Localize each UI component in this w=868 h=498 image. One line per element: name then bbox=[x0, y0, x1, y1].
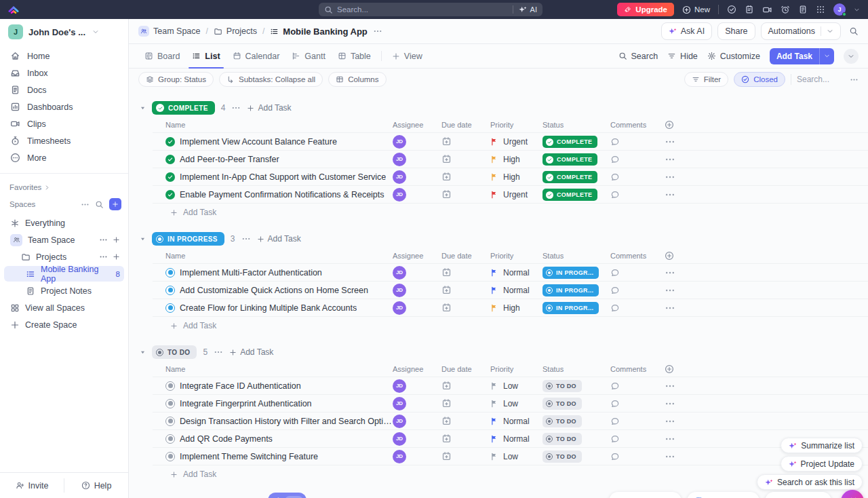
spaces-menu-icon[interactable] bbox=[81, 200, 90, 209]
priority-cell[interactable]: Low bbox=[490, 381, 542, 391]
collapse-caret-icon[interactable] bbox=[140, 349, 146, 356]
task-name[interactable]: Design Transaction History with Filter a… bbox=[180, 417, 393, 426]
comments-icon[interactable] bbox=[610, 155, 620, 164]
priority-cell[interactable]: High bbox=[490, 155, 542, 164]
comments-icon[interactable] bbox=[610, 137, 620, 147]
row-menu-icon[interactable] bbox=[665, 381, 675, 391]
due-date-calendar-icon[interactable] bbox=[441, 451, 452, 461]
automations-button[interactable]: Automations bbox=[761, 22, 841, 40]
assignee-avatar[interactable]: JD bbox=[393, 266, 406, 280]
row-menu-icon[interactable] bbox=[665, 267, 675, 278]
ai-chip[interactable]: AI bbox=[513, 5, 537, 14]
confluence-button[interactable]: Confluence bbox=[765, 492, 831, 498]
closed-pill[interactable]: Closed bbox=[734, 72, 785, 87]
task-name[interactable]: Integrate Face ID Authentication bbox=[180, 381, 301, 391]
priority-cell[interactable]: Low bbox=[490, 452, 542, 461]
column-priority[interactable]: Priority bbox=[490, 252, 542, 260]
column-priority[interactable]: Priority bbox=[490, 121, 542, 129]
sidebar-item-docs[interactable]: Docs bbox=[0, 81, 128, 98]
due-date-calendar-icon[interactable] bbox=[441, 303, 452, 313]
assignee-avatar[interactable]: JD bbox=[393, 450, 406, 463]
task-name[interactable]: Implement Multi-Factor Authentication bbox=[180, 268, 322, 277]
add-space-button[interactable] bbox=[109, 198, 121, 210]
column-comments[interactable]: Comments bbox=[610, 121, 665, 129]
workspace-switcher[interactable]: J John Doe's ... bbox=[0, 19, 128, 45]
column-due-date[interactable]: Due date bbox=[441, 121, 490, 129]
assignee-avatar[interactable]: JD bbox=[393, 301, 406, 315]
group-menu-icon[interactable] bbox=[231, 103, 241, 113]
folder-menu-icon[interactable] bbox=[99, 252, 108, 261]
onboarding-progress-pill[interactable]: 1/4 bbox=[268, 493, 307, 498]
assignee-avatar[interactable]: JD bbox=[393, 284, 406, 297]
task-row[interactable]: Implement View Account Balance Feature J… bbox=[153, 133, 868, 151]
row-menu-icon[interactable] bbox=[665, 434, 675, 444]
row-menu-icon[interactable] bbox=[665, 285, 675, 296]
row-menu-icon[interactable] bbox=[665, 451, 675, 462]
status-in-progress-icon[interactable] bbox=[165, 268, 175, 277]
status-complete-icon[interactable] bbox=[165, 172, 175, 182]
task-row[interactable]: Implement Multi-Factor Authentication JD… bbox=[153, 264, 868, 282]
reminders-clock-icon[interactable] bbox=[781, 5, 790, 14]
column-assignee[interactable]: Assignee bbox=[393, 121, 441, 129]
filter-pill[interactable]: Filter bbox=[684, 72, 729, 87]
sidebar-item-more[interactable]: More bbox=[0, 149, 128, 166]
sidebar-item-create-space[interactable]: Create Space bbox=[4, 317, 124, 332]
due-date-calendar-icon[interactable] bbox=[441, 172, 452, 182]
column-status[interactable]: Status bbox=[542, 121, 610, 129]
row-menu-icon[interactable] bbox=[665, 398, 675, 409]
add-task-inline[interactable]: Add Task bbox=[153, 208, 393, 217]
ai-fab-button[interactable] bbox=[841, 490, 864, 498]
column-name[interactable]: Name bbox=[153, 121, 393, 129]
summarize-list-button[interactable]: Summarize list bbox=[781, 438, 863, 453]
tasks-check-icon[interactable] bbox=[727, 5, 736, 14]
priority-cell[interactable]: Normal bbox=[490, 286, 542, 295]
priority-cell[interactable]: Urgent bbox=[490, 137, 542, 147]
tab-table[interactable]: Table bbox=[332, 44, 377, 68]
search-options-icon[interactable] bbox=[850, 75, 859, 84]
spaces-search-icon[interactable] bbox=[95, 200, 104, 209]
status-complete-icon[interactable] bbox=[165, 137, 175, 147]
tab-board[interactable]: Board bbox=[138, 44, 186, 68]
comments-icon[interactable] bbox=[610, 381, 620, 391]
collapse-caret-icon[interactable] bbox=[140, 236, 146, 242]
sidebar-item-dashboards[interactable]: Dashboards bbox=[0, 98, 128, 115]
row-menu-icon[interactable] bbox=[665, 303, 675, 313]
assignee-avatar[interactable]: JD bbox=[393, 153, 406, 166]
status-in-progress-icon[interactable] bbox=[165, 303, 175, 313]
group-by-pill[interactable]: Group: Status bbox=[138, 72, 214, 87]
task-name[interactable]: Add QR Code Payments bbox=[180, 434, 273, 444]
sidebar-item-projects-folder[interactable]: Projects bbox=[4, 249, 124, 265]
add-column-icon[interactable] bbox=[665, 120, 674, 130]
status-todo-icon[interactable] bbox=[165, 381, 175, 391]
status-todo-icon[interactable] bbox=[165, 434, 175, 444]
status-badge[interactable]: TO DO bbox=[542, 415, 582, 427]
add-column-icon[interactable] bbox=[665, 251, 674, 261]
add-task-button[interactable]: Add Task bbox=[770, 48, 834, 64]
status-badge[interactable]: COMPLETE bbox=[542, 153, 597, 166]
task-row[interactable]: Design Transaction History with Filter a… bbox=[153, 413, 868, 430]
status-badge[interactable]: COMPLETE bbox=[542, 189, 597, 201]
assignee-avatar[interactable]: JD bbox=[393, 415, 406, 428]
task-name[interactable]: Add Customizable Quick Actions on Home S… bbox=[180, 286, 368, 295]
jira-software-button[interactable]: Jira Software bbox=[609, 492, 682, 498]
excel-csv-button[interactable]: Excel & CSV bbox=[687, 492, 760, 498]
tab-list[interactable]: List bbox=[186, 44, 226, 68]
comments-icon[interactable] bbox=[610, 434, 620, 444]
column-status[interactable]: Status bbox=[542, 252, 610, 260]
priority-cell[interactable]: High bbox=[490, 303, 542, 313]
assignee-avatar[interactable]: JD bbox=[393, 379, 406, 393]
group-add-task-button[interactable]: Add Task bbox=[247, 103, 291, 113]
due-date-calendar-icon[interactable] bbox=[441, 398, 452, 408]
doc-icon[interactable] bbox=[798, 5, 808, 14]
status-badge[interactable]: IN PROGR... bbox=[542, 302, 599, 314]
search-or-ask-button[interactable]: Search or ask this list bbox=[757, 474, 863, 490]
due-date-calendar-icon[interactable] bbox=[441, 381, 452, 391]
upgrade-button[interactable]: Upgrade bbox=[617, 3, 674, 16]
list-search[interactable] bbox=[797, 75, 859, 84]
task-row[interactable]: Enable Payment Confirmation Notification… bbox=[153, 186, 868, 204]
column-priority[interactable]: Priority bbox=[490, 365, 542, 373]
tab-calendar[interactable]: Calendar bbox=[226, 44, 286, 68]
status-badge[interactable]: IN PROGR... bbox=[542, 284, 599, 296]
clickup-logo[interactable] bbox=[8, 4, 19, 15]
space-menu-icon[interactable] bbox=[99, 235, 108, 244]
